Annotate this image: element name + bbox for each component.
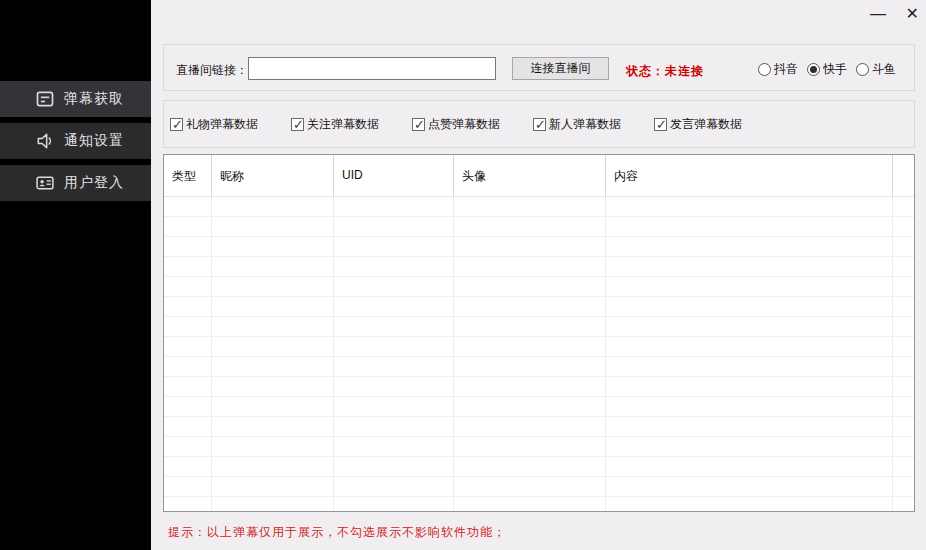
- filter-label: 新人弹幕数据: [549, 116, 621, 133]
- table-row: [164, 357, 914, 377]
- minimize-button[interactable]: —: [870, 6, 886, 22]
- table-row: [164, 197, 914, 217]
- sidebar-item-user-login[interactable]: 用户登入: [0, 165, 151, 201]
- danmaku-filter-panel: 礼物弹幕数据 关注弹幕数据 点赞弹幕数据 新人弹幕数据 发言弹幕数据: [163, 100, 915, 148]
- platform-label: 抖音: [774, 61, 798, 78]
- danmaku-table: 类型 昵称 UID 头像 内容: [163, 154, 915, 512]
- table-row: [164, 317, 914, 337]
- main-area: — ✕ 直播间链接： 连接直播间 状态：未连接 抖音 快手 斗鱼: [151, 0, 926, 550]
- column-divider: [605, 197, 606, 511]
- table-row: [164, 477, 914, 497]
- table-row: [164, 297, 914, 317]
- column-header-content[interactable]: 内容: [606, 155, 893, 196]
- platform-option-douyin[interactable]: 抖音: [758, 61, 798, 78]
- radio-icon: [807, 63, 820, 76]
- platform-option-kuaishou[interactable]: 快手: [807, 61, 847, 78]
- checkbox-icon: [533, 118, 546, 131]
- hint-text: 提示：以上弹幕仅用于展示，不勾选展示不影响软件功能；: [168, 524, 506, 541]
- filter-label: 点赞弹幕数据: [428, 116, 500, 133]
- sidebar-item-danmaku-capture[interactable]: 弹幕获取: [0, 81, 151, 117]
- filter-label: 礼物弹幕数据: [186, 116, 258, 133]
- close-button[interactable]: ✕: [906, 6, 919, 22]
- filter-option-newcomer[interactable]: 新人弹幕数据: [533, 116, 621, 133]
- column-header-avatar[interactable]: 头像: [454, 155, 606, 196]
- column-divider: [892, 197, 893, 511]
- table-row: [164, 217, 914, 237]
- room-link-label: 直播间链接：: [176, 62, 248, 79]
- column-divider: [211, 197, 212, 511]
- column-divider: [333, 197, 334, 511]
- table-row: [164, 397, 914, 417]
- table-row: [164, 277, 914, 297]
- sidebar-item-label: 弹幕获取: [64, 90, 124, 108]
- filter-label: 发言弹幕数据: [670, 116, 742, 133]
- checkbox-icon: [170, 118, 183, 131]
- filter-option-follow[interactable]: 关注弹幕数据: [291, 116, 379, 133]
- app-window: 弹幕获取 通知设置 用户登入: [0, 0, 926, 550]
- sidebar-item-label: 用户登入: [64, 174, 124, 192]
- connect-room-button[interactable]: 连接直播间: [512, 57, 609, 80]
- id-card-icon: [35, 173, 55, 193]
- filter-option-chat[interactable]: 发言弹幕数据: [654, 116, 742, 133]
- table-row: [164, 337, 914, 357]
- filter-option-gift[interactable]: 礼物弹幕数据: [170, 116, 258, 133]
- table-row: [164, 457, 914, 477]
- checkbox-icon: [654, 118, 667, 131]
- column-header-uid[interactable]: UID: [334, 155, 454, 196]
- table-row: [164, 377, 914, 397]
- titlebar: — ✕: [151, 0, 926, 30]
- platform-label: 斗鱼: [872, 61, 896, 78]
- connection-panel: 直播间链接： 连接直播间 状态：未连接 抖音 快手 斗鱼: [163, 44, 915, 91]
- table-row: [164, 257, 914, 277]
- checkbox-icon: [412, 118, 425, 131]
- sidebar-item-label: 通知设置: [64, 132, 124, 150]
- checkbox-icon: [291, 118, 304, 131]
- table-header-row: 类型 昵称 UID 头像 内容: [164, 155, 914, 197]
- radio-icon: [758, 63, 771, 76]
- radio-icon: [856, 63, 869, 76]
- table-row: [164, 437, 914, 457]
- platform-option-douyu[interactable]: 斗鱼: [856, 61, 896, 78]
- platform-label: 快手: [823, 61, 847, 78]
- sidebar-item-notification-settings[interactable]: 通知设置: [0, 123, 151, 159]
- table-row: [164, 417, 914, 437]
- platform-radio-group: 抖音 快手 斗鱼: [758, 61, 896, 78]
- connection-status: 状态：未连接: [626, 63, 704, 80]
- column-divider: [453, 197, 454, 511]
- table-row: [164, 237, 914, 257]
- table-body: [164, 197, 914, 511]
- room-link-input[interactable]: [248, 57, 496, 80]
- column-header-type[interactable]: 类型: [164, 155, 212, 196]
- column-header-filler: [893, 155, 914, 196]
- table-row: [164, 497, 914, 511]
- speaker-icon: [35, 131, 55, 151]
- column-header-nickname[interactable]: 昵称: [212, 155, 334, 196]
- filter-option-like[interactable]: 点赞弹幕数据: [412, 116, 500, 133]
- sidebar: 弹幕获取 通知设置 用户登入: [0, 0, 151, 550]
- danmaku-list-icon: [35, 89, 55, 109]
- filter-label: 关注弹幕数据: [307, 116, 379, 133]
